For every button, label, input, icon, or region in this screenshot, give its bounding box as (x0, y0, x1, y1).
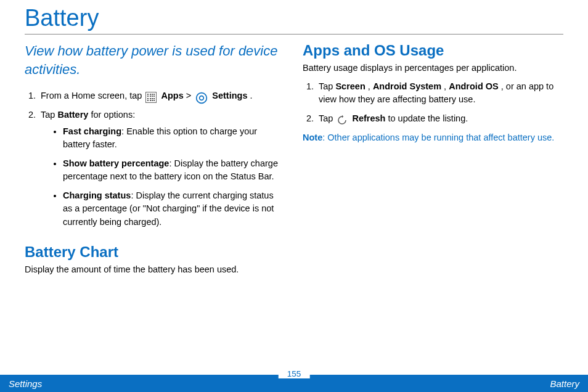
step-text: Tap (319, 113, 335, 123)
apps-os-lead: Battery usage displays in percentages pe… (303, 62, 563, 74)
step-text: to update the listing. (388, 113, 468, 123)
apps-label: Apps (161, 91, 183, 100)
page: Battery View how battery power is used f… (0, 0, 588, 392)
battery-chart-lead: Display the amount of time the battery h… (25, 263, 285, 276)
bullet-label: Fast charging (63, 126, 121, 136)
android-system-label: Android System (373, 81, 441, 91)
note-label: Note (303, 133, 322, 142)
step-text: > (186, 91, 194, 100)
list-item: Show battery percentage: Display the bat… (63, 157, 285, 183)
steps-list-right: Tap Screen , Android System , Android OS… (303, 80, 563, 125)
page-footer: 155 Settings Battery (0, 375, 588, 392)
step-item: Tap Screen , Android System , Android OS… (316, 80, 563, 106)
title-rule (25, 34, 563, 35)
step-text: From a Home screen, tap (41, 91, 144, 100)
battery-label: Battery (57, 110, 88, 120)
svg-point-0 (197, 92, 207, 103)
list-item: Fast charging: Enable this option to cha… (63, 125, 285, 151)
note: Note: Other applications may be running … (303, 131, 563, 144)
footer-left: Settings (9, 378, 42, 389)
bullet-label: Charging status (63, 190, 131, 200)
footer-right: Battery (550, 378, 579, 389)
refresh-label: Refresh (352, 113, 385, 123)
screen-label: Screen (335, 81, 365, 91)
settings-label: Settings (212, 91, 247, 100)
step-text: for options: (91, 110, 135, 120)
right-column: Apps and OS Usage Battery usage displays… (303, 42, 563, 282)
list-item: Charging status: Display the current cha… (63, 189, 285, 228)
step-item: From a Home screen, tap Apps > Settings … (38, 89, 285, 102)
content-area: Battery View how battery power is used f… (0, 0, 588, 375)
battery-chart-heading: Battery Chart (25, 243, 285, 261)
svg-point-1 (200, 96, 204, 100)
apps-icon (145, 92, 157, 103)
step-text: , (368, 81, 373, 91)
step-text: Tap (41, 110, 57, 120)
note-text: : Other applications may be running that… (322, 133, 554, 142)
left-column: View how battery power is used for devic… (25, 42, 285, 282)
settings-icon (195, 92, 208, 104)
refresh-icon (337, 115, 348, 126)
page-number: 155 (279, 369, 310, 378)
step-item: Tap Battery for options: Fast charging: … (38, 108, 285, 228)
step-text: . (250, 91, 253, 100)
step-item: Tap Refresh to update the listing. (316, 112, 563, 125)
steps-list-left: From a Home screen, tap Apps > Settings … (25, 89, 285, 228)
android-os-label: Android OS (449, 81, 499, 91)
step-text: , (444, 81, 449, 91)
bullets-list: Fast charging: Enable this option to cha… (41, 125, 285, 228)
apps-os-heading: Apps and OS Usage (303, 42, 563, 59)
page-subtitle: View how battery power is used for devic… (25, 42, 285, 78)
page-title: Battery (25, 5, 563, 31)
bullet-label: Show battery percentage (63, 158, 169, 168)
columns: View how battery power is used for devic… (25, 42, 563, 282)
step-text: Tap (319, 81, 335, 91)
